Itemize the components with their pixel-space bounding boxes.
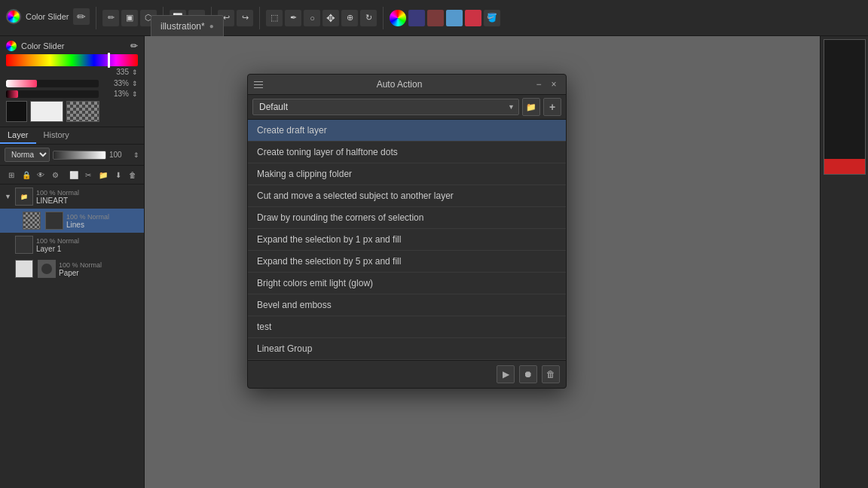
play-action-button[interactable]: ▶: [497, 365, 515, 383]
tab-history[interactable]: History: [36, 127, 77, 144]
color-slider-panel-label: Color Slider: [21, 41, 126, 50]
pen-tool-icon[interactable]: ✒: [285, 10, 301, 26]
paper-layer-name: Paper: [59, 269, 139, 277]
hue-arrows-icon[interactable]: ⇕: [132, 69, 138, 76]
dialog-preset-select[interactable]: Default: [252, 99, 519, 115]
delete-layer-icon[interactable]: 🗑: [126, 168, 139, 181]
bucket-icon[interactable]: 🪣: [484, 10, 500, 26]
lines-layer-item[interactable]: 100 % Normal Lines: [0, 209, 144, 233]
redo-icon[interactable]: ↪: [237, 10, 253, 26]
layer1-item[interactable]: 100 % Normal Layer 1: [0, 233, 144, 257]
transform-icon[interactable]: ⬚: [266, 10, 283, 26]
lasso-icon[interactable]: ○: [304, 10, 320, 26]
rotate-icon[interactable]: ↻: [360, 10, 377, 26]
action-draw-rounding[interactable]: Draw by rounding the corners of selectio…: [248, 207, 566, 229]
layers-section: Layer History Normal 100 ⇕ ⊞ 🔒 👁 ⚙ ⬜ ✂ 📁…: [0, 127, 144, 488]
color-wheel-small-icon: [6, 41, 17, 51]
dialog-menu-icon[interactable]: [254, 78, 266, 90]
lines-layer-name: Lines: [66, 221, 139, 229]
hue-gradient-bar[interactable]: [6, 54, 138, 66]
dialog-titlebar: Auto Action − ×: [248, 75, 566, 95]
action-expand-5px[interactable]: Expand the selection by 5 px and fill: [248, 251, 566, 273]
layer-toolbar-row: ⊞ 🔒 👁 ⚙ ⬜ ✂ 📁 ⬇ 🗑: [0, 166, 144, 185]
dialog-folder-btn[interactable]: 📁: [522, 98, 540, 116]
swatch-blue[interactable]: [446, 10, 463, 26]
value-slider[interactable]: [6, 90, 99, 98]
lineart-group-thumb: 📁: [15, 188, 33, 206]
mask-icon[interactable]: ⬜: [67, 168, 81, 181]
action-label: Lineart Group: [257, 343, 312, 354]
clip-icon[interactable]: ✂: [81, 168, 95, 181]
action-label: Draw by rounding the corners of selectio…: [257, 212, 423, 223]
layer1-thumb: [15, 236, 33, 254]
saturation-slider[interactable]: [6, 80, 99, 87]
color-eyedropper-icon[interactable]: ✏: [73, 8, 90, 25]
dialog-toolbar: Default ▼ 📁 +: [248, 95, 566, 120]
navigator-highlight: [824, 159, 865, 174]
pencil-tool-icon[interactable]: ✏: [102, 10, 119, 26]
new-layer-set-icon[interactable]: ⊞: [5, 168, 18, 181]
paper-layer-item[interactable]: 100 % Normal Paper: [0, 257, 144, 281]
foreground-color-swatch[interactable]: [6, 101, 27, 122]
tab-close-icon[interactable]: ●: [209, 22, 214, 30]
swatch-red[interactable]: [465, 10, 481, 26]
action-lineart-group[interactable]: Lineart Group: [248, 338, 566, 360]
folder-icon[interactable]: 📁: [96, 168, 110, 181]
lines-thumb-content: [45, 212, 63, 230]
color-circle-icon[interactable]: [390, 10, 406, 26]
action-label: Making a clipping folder: [257, 169, 352, 179]
color-slider-tool-label: Color Slider: [26, 12, 69, 21]
action-label: test: [257, 322, 271, 332]
lineart-group-info: 100 % Normal LINEART: [36, 189, 139, 205]
value-arrows[interactable]: ⇕: [132, 90, 138, 98]
opacity-value: 100: [109, 151, 130, 159]
palette-icon2[interactable]: [427, 10, 444, 26]
action-list: Create draft layer Create toning layer o…: [248, 120, 566, 360]
value-value: 13%: [102, 90, 129, 98]
value-slider-row: 13% ⇕: [6, 90, 138, 98]
dialog-close-button[interactable]: ×: [548, 78, 560, 90]
lineart-group-name: LINEART: [36, 197, 139, 205]
action-label: Cut and move a selected subject to anoth…: [257, 191, 454, 201]
action-create-toning-layer[interactable]: Create toning layer of halftone dots: [248, 142, 566, 163]
lock-icon[interactable]: 🔒: [20, 168, 33, 181]
palette-icon1[interactable]: [408, 10, 425, 26]
transparent-swatch[interactable]: [66, 101, 99, 122]
color-pipette-icon[interactable]: ✏: [130, 41, 138, 51]
lines-layer-info: 100 % Normal Lines: [66, 213, 139, 229]
lineart-group-item[interactable]: ▼ 📁 100 % Normal LINEART: [0, 185, 144, 209]
layers-tabs: Layer History: [0, 127, 144, 145]
layer-props-icon[interactable]: ⚙: [49, 168, 63, 181]
zoom-icon[interactable]: ⊕: [341, 10, 358, 26]
dialog-add-btn[interactable]: +: [543, 98, 561, 116]
color-wheel-icon[interactable]: [6, 9, 21, 24]
blend-mode-select[interactable]: Normal: [5, 148, 50, 162]
action-bright-colors-glow[interactable]: Bright colors emit light (glow): [248, 273, 566, 294]
dialog-minimize-button[interactable]: −: [533, 78, 545, 90]
action-test[interactable]: test: [248, 316, 566, 338]
paper-layer-info: 100 % Normal Paper: [59, 261, 139, 277]
fill-tool-icon[interactable]: ▣: [121, 10, 138, 26]
action-cut-move[interactable]: Cut and move a selected subject to anoth…: [248, 185, 566, 207]
action-expand-1px[interactable]: Expand the selection by 1 px and fill: [248, 229, 566, 251]
eye-icon[interactable]: 👁: [34, 168, 47, 181]
action-create-draft-layer[interactable]: Create draft layer: [248, 120, 566, 142]
tab-layer[interactable]: Layer: [0, 127, 36, 144]
layer-controls: Normal 100 ⇕: [0, 145, 144, 166]
illustration-tab[interactable]: illustration* ●: [151, 15, 224, 36]
layer1-name: Layer 1: [36, 245, 139, 253]
action-bevel-emboss[interactable]: Bevel and emboss: [248, 294, 566, 316]
opacity-arrows[interactable]: ⇕: [133, 151, 139, 159]
navigator-thumbnail[interactable]: [824, 39, 866, 175]
hue-value: 335: [116, 68, 129, 76]
record-action-button[interactable]: ⏺: [519, 365, 537, 383]
move-icon[interactable]: ✥: [322, 10, 339, 26]
opacity-slider[interactable]: [53, 151, 106, 160]
action-label: Expand the selection by 1 px and fill: [257, 234, 401, 245]
action-making-clipping[interactable]: Making a clipping folder: [248, 163, 566, 185]
delete-action-button[interactable]: 🗑: [542, 365, 560, 383]
saturation-slider-row: 33% ⇕: [6, 79, 138, 87]
background-color-swatch[interactable]: [30, 101, 63, 122]
merge-icon[interactable]: ⬇: [112, 168, 125, 181]
saturation-arrows[interactable]: ⇕: [132, 80, 138, 87]
